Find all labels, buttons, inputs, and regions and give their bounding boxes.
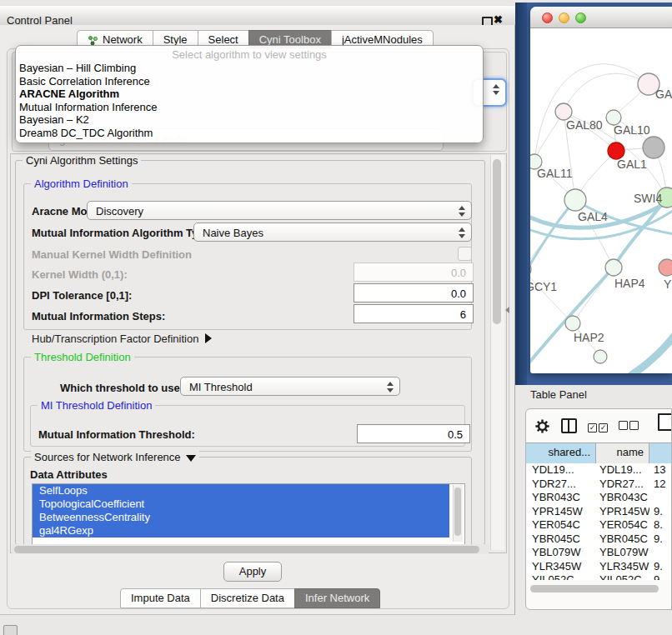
algorithm-option[interactable]: Bayesian – K2 [16,113,483,127]
app-screen: Control Panel ✖ Network Style Select Cyn… [0,0,672,635]
which-threshold-combobox[interactable]: MI Threshold [180,377,400,396]
network-tab-icon [88,35,98,46]
table-row[interactable]: YPR145WYPR145W9. [526,505,672,519]
dpi-tolerance-field[interactable]: 0.0 [354,283,474,302]
kernel-width-label: Kernel Width (0,1): [32,268,128,281]
hub-definition-label: Hub/Transcription Factor Definition [32,332,198,345]
table-cell: 9. [649,505,672,519]
network-node[interactable] [594,350,607,363]
minimize-traffic-light-icon[interactable] [559,12,569,23]
table-row[interactable]: YIL052CYIL052C9 [526,573,672,580]
split-columns-icon[interactable] [561,418,577,433]
algorithm-option[interactable]: Mutual Information Inference [16,101,483,114]
table-cell: 13 [649,463,672,478]
network-node[interactable] [565,316,580,331]
splitter-collapse-arrow[interactable] [505,307,509,313]
network-node-label: GAL [655,88,672,101]
network-window-titlebar[interactable] [530,7,672,28]
stepper-arrows-icon [386,381,394,393]
hub-definition-expander[interactable]: Hub/Transcription Factor Definition [32,332,212,345]
algorithm-option[interactable]: Dream8 DC_TDC Algorithm [16,127,483,140]
data-attribute-item[interactable]: TopologicalCoefficient [33,498,449,511]
table-row[interactable]: YBR043CYBR043C [526,491,672,505]
manual-kernel-width-checkbox[interactable] [458,247,472,261]
algorithm-option[interactable]: Basic Correlation Inference [16,75,483,88]
stepper-arrows-icon [458,227,465,239]
table-panel-title: Table Panel [530,388,587,401]
data-attributes-list[interactable]: SelfLoopsTopologicalCoefficientBetweenne… [32,483,465,545]
network-node[interactable] [608,142,624,159]
column-header-name[interactable]: name [596,443,649,463]
tab-discretize-data[interactable]: Discretize Data [200,588,295,608]
dpi-tolerance-label: DPI Tolerance [0,1]: [32,289,132,302]
table-cell: YDL19... [596,463,649,478]
data-attribute-item[interactable]: gal4RGexp [33,524,449,538]
table-cell: YPR145W [526,505,596,519]
mi-algorithm-type-value: Naive Bayes [203,227,263,239]
cyni-algorithm-settings-legend: Cyni Algorithm Settings [23,154,141,167]
collapsed-panel-icon[interactable] [3,625,18,635]
export-table-icon[interactable] [658,413,672,431]
table-row[interactable]: YDR27...YDR27...12 [526,478,672,492]
data-attributes-label: Data Attributes [30,468,108,481]
column-header-clipped[interactable] [649,443,672,463]
zoom-traffic-light-icon[interactable] [575,12,586,23]
algorithm-option[interactable]: Bayesian – Hill Climbing [16,62,483,75]
table-row[interactable]: YBR045CYBR045C9. [526,532,672,547]
mi-threshold-label: Mutual Information Threshold: [38,428,195,441]
mi-algorithm-type-label: Mutual Information Algorithm Type: [32,227,214,239]
vertical-scrollbar-thumb[interactable] [493,159,501,324]
table-row[interactable]: YLR345WYLR345W9. [526,560,672,574]
table-cell: YDR27... [526,478,596,492]
table-cell: YPR145W [596,505,649,519]
mi-steps-field[interactable]: 6 [354,304,474,323]
table-row[interactable]: YDL19...YDL19...13 [526,463,672,478]
algorithm-definition-legend: Algorithm Definition [31,178,132,190]
table-cell: YER054C [526,518,596,532]
table-horizontal-scrollbar-thumb[interactable] [530,585,659,592]
kernel-width-field[interactable]: 0.0 [354,262,474,282]
mi-algorithm-type-combobox[interactable]: Naive Bayes [193,222,472,242]
tab-impute-data[interactable]: Impute Data [120,588,201,608]
network-node[interactable] [555,103,572,120]
list-scrollbar-thumb[interactable] [454,488,461,536]
threshold-definition-legend: Threshold Definition [31,351,134,363]
table-cell: YBR043C [526,491,596,505]
column-header-shared[interactable]: shared... [526,443,596,463]
data-attribute-item[interactable]: BetweennessCentrality [33,511,449,524]
network-edge [530,269,573,323]
table-rows: YDL19...YDL19...13YDR27...YDR27...12YBR0… [526,463,672,580]
gear-icon[interactable] [534,418,550,434]
network-view-window: GALGAL80GAL10GAL1GAL11GAL4SWI4GCY1HAP4YH… [530,7,672,373]
data-attribute-item[interactable]: SelfLoops [33,484,449,498]
tab-label: Infer Network [305,589,369,608]
table-row[interactable]: YER054CYER054C8. [526,518,672,532]
apply-button[interactable]: Apply [223,562,282,582]
table-cell: 9. [649,532,672,547]
tab-label: Impute Data [131,589,190,608]
close-traffic-light-icon[interactable] [542,12,553,23]
aracne-mode-value: Discovery [96,205,143,218]
close-icon[interactable]: ✖ [494,13,503,26]
mi-threshold-field[interactable]: 0.5 [357,424,470,443]
tab-infer-network[interactable]: Infer Network [294,588,380,608]
network-node[interactable] [643,137,664,158]
deselect-all-checkboxes-icon[interactable] [619,420,639,432]
network-node-label: GCY1 [530,280,557,293]
horizontal-scrollbar-thumb[interactable] [14,546,479,553]
select-all-checkboxes-icon[interactable]: ✓✓ [588,420,608,432]
network-node-label: HAP4 [614,277,645,290]
network-node-label: GAL4 [578,210,608,223]
which-threshold-label: Which threshold to use: [60,382,183,394]
algorithm-option[interactable]: ARACNE Algorithm [16,88,483,101]
bottom-tabs: Impute Data Discretize Data Infer Networ… [120,588,380,608]
table-cell: YIL052C [526,573,596,580]
sources-legend[interactable]: Sources for Network Inference [31,451,199,463]
mi-steps-label: Mutual Information Steps: [32,310,165,322]
table-row[interactable]: YBL079WYBL079W [526,546,672,560]
network-canvas[interactable]: GALGAL80GAL10GAL1GAL11GAL4SWI4GCY1HAP4YH… [530,28,672,373]
aracne-mode-combobox[interactable]: Discovery [87,201,472,220]
network-node[interactable] [659,259,672,276]
network-node[interactable] [564,189,586,211]
network-node[interactable] [605,259,622,276]
